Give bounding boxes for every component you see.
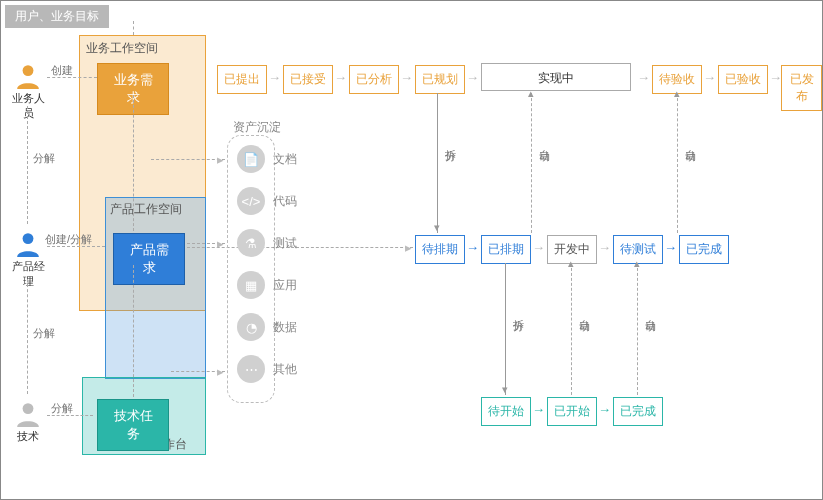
state-dev-s3: 已完成	[613, 397, 663, 426]
arrow-icon: ▸	[217, 237, 224, 250]
edge-auto-biz-1: ▴	[531, 93, 532, 233]
state-dev-s2: 已开始	[547, 397, 597, 426]
edge-split-label-2: 拆分	[511, 311, 526, 313]
edge-prodneed-to-task	[133, 265, 134, 397]
edge-split-biz-to-prod: ▾	[437, 93, 438, 233]
pie-icon: ◔	[237, 313, 265, 341]
asset-test-label: 测试	[273, 235, 297, 252]
person-icon	[15, 63, 41, 89]
arrow-icon: →	[532, 241, 545, 254]
code-icon: </>	[237, 187, 265, 215]
edge-biz-create-label: 创建	[51, 63, 73, 78]
node-prod-need: 产品需求	[113, 233, 185, 285]
svg-point-2	[23, 403, 34, 414]
edge-split-prod-to-dev: ▾	[505, 263, 506, 395]
state-prod-s4: 已完成	[679, 235, 729, 264]
arrow-icon: →	[466, 241, 479, 254]
asset-other: ⋯ 其他	[237, 355, 297, 383]
asset-code-label: 代码	[273, 193, 297, 210]
state-biz-s2: 已接受	[283, 65, 333, 94]
state-dev-s1: 待开始	[481, 397, 531, 426]
role-prod-label: 产品经理	[9, 259, 47, 289]
arrow-icon: ▸	[405, 241, 412, 254]
asset-panel-title: 资产沉淀	[233, 119, 281, 136]
asset-app: ▦ 应用	[237, 271, 297, 299]
arrow-icon: →	[268, 71, 281, 84]
svg-point-0	[23, 65, 34, 76]
flask-icon: ⚗	[237, 229, 265, 257]
asset-other-label: 其他	[273, 361, 297, 378]
arrow-icon: →	[637, 71, 650, 84]
arrow-icon: →	[466, 71, 479, 84]
edge-prod-create-label: 创建/分解	[45, 232, 92, 247]
person-icon	[15, 401, 41, 427]
edge-auto-label-4: 自动	[643, 311, 658, 313]
edge-auto-prod-1: ▴	[571, 263, 572, 395]
edge-biz-to-prod-label: 分解	[33, 151, 55, 166]
state-prod-s1: 待排期	[415, 235, 465, 264]
arrow-icon: →	[334, 71, 347, 84]
arrow-icon: ▸	[217, 365, 224, 378]
state-prod-s2: 已排期	[481, 235, 531, 264]
arrow-icon: →	[532, 403, 545, 416]
state-biz-s3: 已分析	[349, 65, 399, 94]
role-dev-label: 技术	[9, 429, 47, 444]
edge-prod-to-dev-label: 分解	[33, 326, 55, 341]
role-prod: 产品经理	[9, 231, 47, 289]
arrow-icon: →	[703, 71, 716, 84]
edge-bizneed-to-prodneed	[133, 95, 134, 231]
node-tech-task: 技术任务	[97, 399, 169, 451]
arrow-icon: →	[664, 241, 677, 254]
dots-icon: ⋯	[237, 355, 265, 383]
edge-biz-to-prod	[27, 106, 28, 224]
edge-auto-biz-2: ▴	[677, 93, 678, 233]
svg-point-1	[23, 233, 34, 244]
role-biz: 业务人员	[9, 63, 47, 121]
edge-bizneed-to-assets	[151, 159, 225, 160]
edge-dev-decomp-label: 分解	[51, 401, 73, 416]
asset-code: </> 代码	[237, 187, 297, 215]
edge-auto-prod-2: ▴	[637, 263, 638, 395]
edge-split-label-1: 拆分	[443, 141, 458, 143]
edge-prod-to-dev	[27, 279, 28, 394]
asset-app-label: 应用	[273, 277, 297, 294]
document-icon: 📄	[237, 145, 265, 173]
arrow-icon: →	[598, 241, 611, 254]
role-dev: 技术	[9, 401, 47, 444]
arrow-icon: →	[400, 71, 413, 84]
workspace-biz-label: 业务工作空间	[86, 40, 158, 57]
asset-test: ⚗ 测试	[237, 229, 297, 257]
state-biz-s7: 已发布	[781, 65, 822, 111]
edge-auto-label-3: 自动	[577, 311, 592, 313]
asset-doc: 📄 文档	[237, 145, 297, 173]
state-biz-s4: 已规划	[415, 65, 465, 94]
arrow-icon: →	[598, 403, 611, 416]
edge-auto-label-1: 自动	[537, 141, 552, 143]
person-icon	[15, 231, 41, 257]
asset-data-label: 数据	[273, 319, 297, 336]
state-biz-s6: 已验收	[718, 65, 768, 94]
role-biz-label: 业务人员	[9, 91, 47, 121]
edge-auto-label-2: 自动	[683, 141, 698, 143]
grid-icon: ▦	[237, 271, 265, 299]
state-biz-in-progress: 实现中	[481, 63, 631, 91]
asset-doc-label: 文档	[273, 151, 297, 168]
asset-data: ◔ 数据	[237, 313, 297, 341]
header-tag: 用户、业务目标	[5, 5, 109, 28]
edge-header-to-ws	[133, 21, 134, 35]
arrow-icon: ▸	[217, 153, 224, 166]
workspace-prod-label: 产品工作空间	[110, 201, 182, 218]
state-biz-s1: 已提出	[217, 65, 267, 94]
workspace-prod: 产品工作空间	[105, 197, 206, 379]
diagram-canvas: 用户、业务目标 业务工作空间 产品工作空间 开发者工作台 业务人员 产品经理 技…	[0, 0, 823, 500]
